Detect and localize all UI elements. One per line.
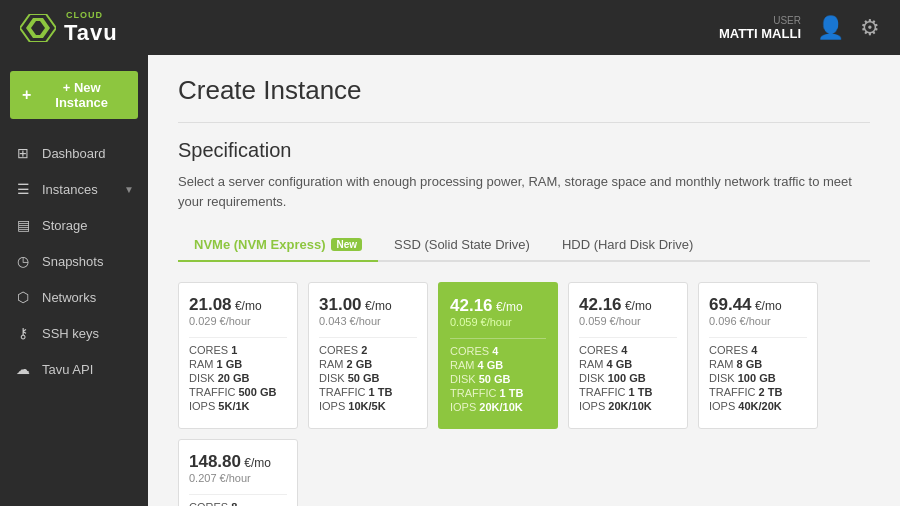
settings-icon[interactable]: ⚙ [860,15,880,41]
card-price: 31.00 €/mo [319,295,417,315]
layout: + + New Instance ⊞ Dashboard ☰ Instances… [0,55,900,506]
new-instance-button[interactable]: + + New Instance [10,71,138,119]
dashboard-icon: ⊞ [14,145,32,161]
card-traffic: TRAFFIC 1 TB [319,386,417,398]
card-cores: CORES 8 [189,501,287,506]
chevron-down-icon: ▼ [124,184,134,195]
api-icon: ☁ [14,361,32,377]
sidebar-item-storage[interactable]: ▤ Storage [0,207,148,243]
card-ram: RAM 4 GB [450,359,546,371]
main-content: Create Instance Specification Select a s… [148,55,900,506]
logo-area: cloud Tavu [20,10,118,46]
instance-card-2[interactable]: 42.16 €/mo 0.059 €/hour CORES 4 RAM 4 GB… [438,282,558,429]
card-cores: CORES 4 [579,344,677,356]
sidebar-label-dashboard: Dashboard [42,146,106,161]
instance-card-1[interactable]: 31.00 €/mo 0.043 €/hour CORES 2 RAM 2 GB… [308,282,428,429]
sidebar-label-api: Tavu API [42,362,93,377]
card-traffic: TRAFFIC 1 TB [450,387,546,399]
sidebar-item-dashboard[interactable]: ⊞ Dashboard [0,135,148,171]
header-right: USER MATTI MALLI 👤 ⚙ [719,15,880,41]
card-traffic: TRAFFIC 1 TB [579,386,677,398]
sidebar-label-instances: Instances [42,182,98,197]
sidebar: + + New Instance ⊞ Dashboard ☰ Instances… [0,55,148,506]
tab-nvme[interactable]: NVMe (NVM Express) New [178,229,378,262]
sidebar-label-ssh: SSH keys [42,326,99,341]
sidebar-label-networks: Networks [42,290,96,305]
page-title: Create Instance [178,75,870,123]
card-hourly: 0.207 €/hour [189,472,287,484]
users-icon[interactable]: 👤 [817,15,844,41]
card-disk: DISK 50 GB [319,372,417,384]
card-cores: CORES 2 [319,344,417,356]
sidebar-item-tavu-api[interactable]: ☁ Tavu API [0,351,148,387]
new-instance-label: + New Instance [37,80,126,110]
ssh-icon: ⚷ [14,325,32,341]
networks-icon: ⬡ [14,289,32,305]
card-price: 69.44 €/mo [709,295,807,315]
card-iops: IOPS 10K/5K [319,400,417,412]
instance-card-5[interactable]: 148.80 €/mo 0.207 €/hour CORES 8 RAM 16 … [178,439,298,506]
card-divider [709,337,807,338]
card-ram: RAM 2 GB [319,358,417,370]
card-hourly: 0.096 €/hour [709,315,807,327]
tab-hdd[interactable]: HDD (Hard Disk Drive) [546,229,709,262]
sidebar-item-ssh-keys[interactable]: ⚷ SSH keys [0,315,148,351]
card-disk: DISK 20 GB [189,372,287,384]
instance-card-3[interactable]: 42.16 €/mo 0.059 €/hour CORES 4 RAM 4 GB… [568,282,688,429]
snapshots-icon: ◷ [14,253,32,269]
card-hourly: 0.059 €/hour [450,316,546,328]
tab-ssd-label: SSD (Solid State Drive) [394,237,530,252]
card-disk: DISK 100 GB [709,372,807,384]
card-price: 21.08 €/mo [189,295,287,315]
plus-icon: + [22,86,31,104]
card-price: 42.16 €/mo [579,295,677,315]
card-divider [189,337,287,338]
card-price: 42.16 €/mo [450,296,546,316]
tab-hdd-label: HDD (Hard Disk Drive) [562,237,693,252]
card-traffic: TRAFFIC 2 TB [709,386,807,398]
card-disk: DISK 100 GB [579,372,677,384]
instance-card-0[interactable]: 21.08 €/mo 0.029 €/hour CORES 1 RAM 1 GB… [178,282,298,429]
sidebar-item-snapshots[interactable]: ◷ Snapshots [0,243,148,279]
card-cores: CORES 1 [189,344,287,356]
card-hourly: 0.059 €/hour [579,315,677,327]
card-divider [189,494,287,495]
card-disk: DISK 50 GB [450,373,546,385]
card-traffic: TRAFFIC 500 GB [189,386,287,398]
card-iops: IOPS 40K/20K [709,400,807,412]
sidebar-item-instances[interactable]: ☰ Instances ▼ [0,171,148,207]
card-iops: IOPS 5K/1K [189,400,287,412]
card-divider [579,337,677,338]
card-ram: RAM 8 GB [709,358,807,370]
sidebar-label-storage: Storage [42,218,88,233]
instances-icon: ☰ [14,181,32,197]
card-ram: RAM 4 GB [579,358,677,370]
section-description: Select a server configuration with enoug… [178,172,870,211]
tab-ssd[interactable]: SSD (Solid State Drive) [378,229,546,262]
user-info: USER MATTI MALLI [719,15,801,41]
instance-cards-row1: 21.08 €/mo 0.029 €/hour CORES 1 RAM 1 GB… [178,282,870,506]
header: cloud Tavu USER MATTI MALLI 👤 ⚙ [0,0,900,55]
sidebar-label-snapshots: Snapshots [42,254,103,269]
card-cores: CORES 4 [709,344,807,356]
sidebar-item-networks[interactable]: ⬡ Networks [0,279,148,315]
card-price: 148.80 €/mo [189,452,287,472]
card-divider [319,337,417,338]
card-divider [450,338,546,339]
card-iops: IOPS 20K/10K [450,401,546,413]
storage-type-tabs: NVMe (NVM Express) New SSD (Solid State … [178,229,870,262]
tab-nvme-label: NVMe (NVM Express) [194,237,325,252]
logo-icon [20,14,56,42]
card-hourly: 0.043 €/hour [319,315,417,327]
card-hourly: 0.029 €/hour [189,315,287,327]
logo-text: cloud Tavu [64,10,118,46]
storage-icon: ▤ [14,217,32,233]
instance-card-4[interactable]: 69.44 €/mo 0.096 €/hour CORES 4 RAM 8 GB… [698,282,818,429]
card-ram: RAM 1 GB [189,358,287,370]
section-title: Specification [178,139,870,162]
tab-nvme-badge: New [331,238,362,251]
card-cores: CORES 4 [450,345,546,357]
card-iops: IOPS 20K/10K [579,400,677,412]
